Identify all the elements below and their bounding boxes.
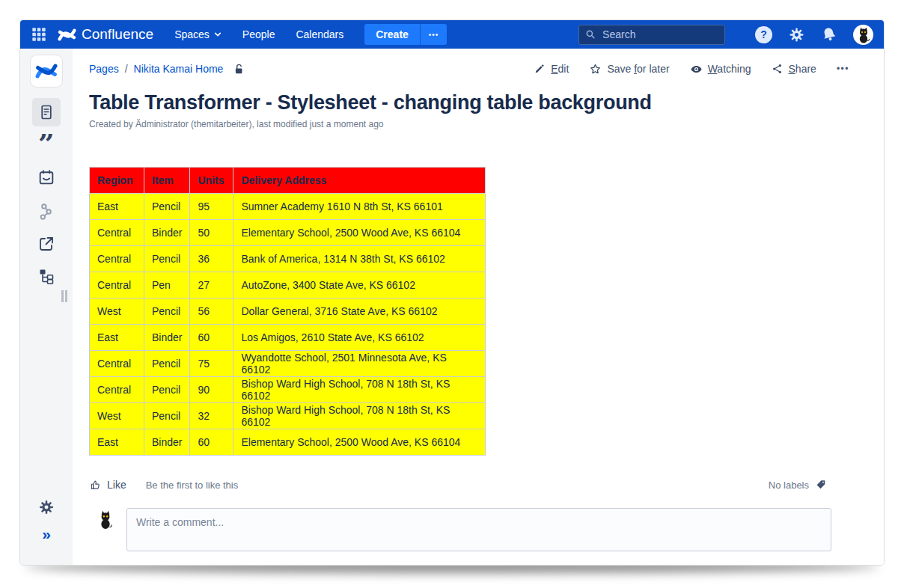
unlock-icon: [233, 63, 245, 76]
table-row: Central Pen 27 AutoZone, 3400 State Ave,…: [90, 272, 486, 298]
save-for-later-label: Save for later: [607, 63, 669, 75]
table-cell: West: [90, 298, 144, 325]
page-more-button[interactable]: •••: [837, 64, 849, 74]
nav-item-people[interactable]: People: [242, 28, 275, 40]
breadcrumb: Pages / Nikita Kamai Home: [89, 63, 245, 76]
nav-item-calendars[interactable]: Calendars: [296, 28, 343, 40]
user-avatar[interactable]: [853, 25, 873, 45]
sidebar-item-space-settings[interactable]: [38, 499, 55, 516]
column-header-item: Item: [144, 168, 190, 194]
create-button[interactable]: Create: [364, 24, 420, 45]
grid-icon: [31, 26, 47, 43]
create-split-button: Create •••: [364, 24, 447, 45]
notifications-button[interactable]: [819, 25, 840, 45]
table-cell: East: [90, 429, 144, 456]
nav-item-spaces-label: Spaces: [174, 28, 210, 40]
sidebar-resize-handle[interactable]: [61, 290, 67, 302]
share-label: Share: [789, 63, 816, 75]
comment-input[interactable]: Write a comment...: [126, 508, 831, 551]
sidebar-item-page-tree[interactable]: [37, 267, 55, 285]
tag-icon: [815, 479, 827, 491]
page-icon: [37, 103, 55, 121]
edit-label: Edit: [551, 63, 569, 75]
table-row: Central Pencil 75 Wyandotte School, 2501…: [90, 351, 486, 377]
page-header-row: Pages / Nikita Kamai Home Edit: [89, 61, 849, 77]
app-switcher-button[interactable]: [31, 26, 47, 43]
confluence-home-link[interactable]: Confluence: [58, 25, 153, 44]
table-cell: Pen: [144, 272, 190, 298]
table-cell: Bishop Ward High School, 708 N 18th St, …: [233, 403, 486, 429]
table-cell: Dollar General, 3716 State Ave, KS 66102: [233, 298, 486, 325]
table-cell: Pencil: [144, 403, 190, 429]
space-sidebar: ”: [20, 49, 73, 565]
sidebar-item-blog[interactable]: ”: [38, 134, 55, 153]
double-chevron-right-icon: »: [42, 525, 51, 543]
table-cell: Pencil: [144, 246, 190, 272]
nav-item-people-label: People: [242, 28, 275, 40]
edit-button[interactable]: Edit: [534, 63, 569, 75]
labels-text: No labels: [769, 480, 809, 491]
comment-section: Write a comment...: [89, 508, 849, 551]
settings-button[interactable]: [788, 26, 805, 43]
thumbs-up-icon: [89, 479, 102, 491]
column-header-delivery-address: Delivery Address: [233, 168, 486, 194]
table-cell: Central: [90, 220, 144, 246]
calendar-icon: [37, 168, 56, 187]
search-box[interactable]: [578, 25, 725, 45]
star-icon: [589, 63, 602, 76]
like-button[interactable]: Like: [89, 479, 126, 491]
like-label: Like: [107, 479, 126, 491]
table-cell: Binder: [144, 429, 190, 456]
content-table: Region Item Units Delivery Address East …: [89, 167, 486, 456]
brand-name: Confluence: [82, 26, 153, 43]
table-row: Central Pencil 36 Bank of America, 1314 …: [90, 246, 486, 272]
table-cell: Bishop Ward High School, 708 N 18th St, …: [233, 377, 486, 403]
cat-avatar-icon: [855, 25, 873, 43]
table-cell: Central: [90, 246, 144, 272]
table-cell: Pencil: [144, 194, 190, 220]
help-button[interactable]: ?: [755, 26, 772, 43]
search-icon: [585, 28, 596, 40]
table-cell: 60: [190, 325, 233, 351]
sidebar-item-pages[interactable]: [32, 98, 61, 126]
table-cell: Central: [90, 351, 144, 377]
table-cell: Bank of America, 1314 N 38th St, KS 6610…: [233, 246, 486, 272]
sidebar-item-shortcuts[interactable]: [37, 203, 56, 221]
labels-button[interactable]: No labels: [764, 478, 831, 491]
table-header-row: Region Item Units Delivery Address: [90, 168, 486, 194]
breadcrumb-current-link[interactable]: Nikita Kamai Home: [134, 63, 224, 75]
column-header-region: Region: [90, 168, 144, 194]
share-button[interactable]: Share: [772, 63, 816, 75]
sidebar-item-calendars[interactable]: [37, 168, 56, 187]
table-cell: Pencil: [144, 298, 190, 325]
watching-button[interactable]: Watching: [690, 63, 751, 76]
table-cell: 90: [190, 377, 233, 403]
engagement-row: Like Be the first to like this No labels: [89, 478, 849, 491]
table-cell: 60: [190, 429, 233, 456]
route-icon: [37, 203, 56, 221]
table-cell: 95: [190, 194, 233, 220]
table-row: West Pencil 56 Dollar General, 3716 Stat…: [90, 298, 486, 325]
page-byline: Created by Ädministrator (themitarbeiter…: [89, 119, 849, 129]
table-cell: 27: [190, 272, 233, 298]
table-cell: AutoZone, 3400 State Ave, KS 66102: [233, 272, 486, 298]
eye-icon: [690, 63, 703, 76]
sidebar-collapse-button[interactable]: »: [42, 525, 51, 543]
table-row: Central Pencil 90 Bishop Ward High Schoo…: [90, 377, 486, 403]
page-title: Table Transformer - Stylesheet - changin…: [89, 91, 849, 114]
table-cell: Elementary School, 2500 Wood Ave, KS 661…: [233, 429, 486, 456]
quote-icon: ”: [38, 134, 55, 153]
restrictions-button[interactable]: [233, 63, 245, 76]
search-input[interactable]: [601, 28, 718, 41]
watching-label: Watching: [708, 63, 751, 75]
table-cell: Pencil: [144, 351, 190, 377]
nav-item-spaces[interactable]: Spaces: [174, 28, 222, 40]
save-for-later-button[interactable]: Save for later: [589, 63, 669, 76]
breadcrumb-pages-link[interactable]: Pages: [89, 63, 119, 75]
sidebar-space-logo[interactable]: [31, 55, 62, 87]
chevron-down-icon: [214, 31, 222, 38]
nav-item-calendars-label: Calendars: [296, 28, 343, 40]
sidebar-item-external-link[interactable]: [37, 235, 55, 253]
create-more-button[interactable]: •••: [420, 24, 448, 45]
confluence-space-logo-icon: [35, 60, 58, 82]
